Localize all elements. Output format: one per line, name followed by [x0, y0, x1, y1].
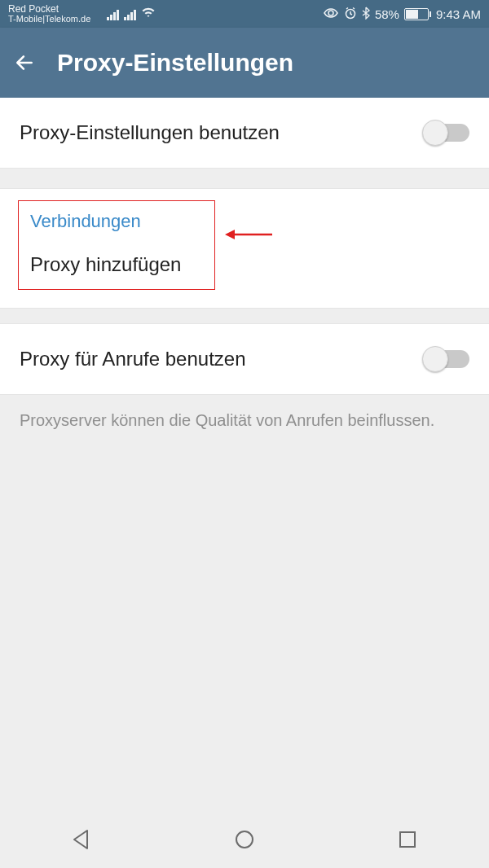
signal-2-icon — [124, 10, 136, 20]
bluetooth-icon — [362, 7, 370, 22]
battery-icon — [404, 8, 431, 20]
clock-time: 9:43 AM — [436, 7, 481, 21]
highlight-box: Verbindungen Proxy hinzufügen — [18, 200, 215, 290]
use-proxy-calls-row[interactable]: Proxy für Anrufe benutzen — [0, 324, 489, 394]
page-title: Proxy-Einstellungen — [57, 49, 293, 77]
use-proxy-calls-toggle[interactable] — [424, 350, 469, 368]
carrier-2: T-Mobile|Telekom.de — [8, 15, 90, 24]
svg-rect-4 — [400, 832, 415, 847]
system-nav-bar — [0, 811, 489, 868]
section-divider — [0, 168, 489, 189]
signal-icons — [107, 7, 156, 20]
back-button[interactable] — [13, 51, 36, 74]
carrier-labels: Red Pocket T-Mobile|Telekom.de — [8, 4, 90, 24]
nav-home-button[interactable] — [232, 827, 257, 852]
wifi-icon — [141, 7, 156, 20]
use-proxy-calls-label: Proxy für Anrufe benutzen — [20, 348, 246, 370]
signal-1-icon — [107, 10, 119, 20]
battery-percent: 58% — [375, 7, 399, 21]
app-bar: Proxy-Einstellungen — [0, 28, 489, 98]
eye-icon — [323, 7, 339, 21]
connections-header: Verbindungen — [30, 211, 203, 232]
use-proxy-label: Proxy-Einstellungen benutzen — [20, 121, 280, 144]
use-proxy-toggle[interactable] — [424, 124, 469, 142]
add-proxy-item[interactable]: Proxy hinzufügen — [30, 253, 203, 276]
annotation-arrow-icon — [225, 226, 274, 243]
nav-back-button[interactable] — [69, 827, 94, 852]
content-area: Proxy-Einstellungen benutzen Verbindunge… — [0, 98, 489, 811]
status-bar: Red Pocket T-Mobile|Telekom.de — [0, 0, 489, 28]
svg-marker-2 — [225, 230, 235, 239]
svg-point-3 — [236, 831, 253, 848]
connections-section: Verbindungen Proxy hinzufügen — [0, 189, 489, 308]
section-divider — [0, 308, 489, 324]
carrier-1: Red Pocket — [8, 4, 90, 15]
alarm-icon — [344, 7, 357, 22]
proxy-note: Proxyserver können die Qualität von Anru… — [0, 395, 489, 446]
nav-recent-button[interactable] — [395, 827, 420, 852]
use-proxy-row[interactable]: Proxy-Einstellungen benutzen — [0, 98, 489, 168]
